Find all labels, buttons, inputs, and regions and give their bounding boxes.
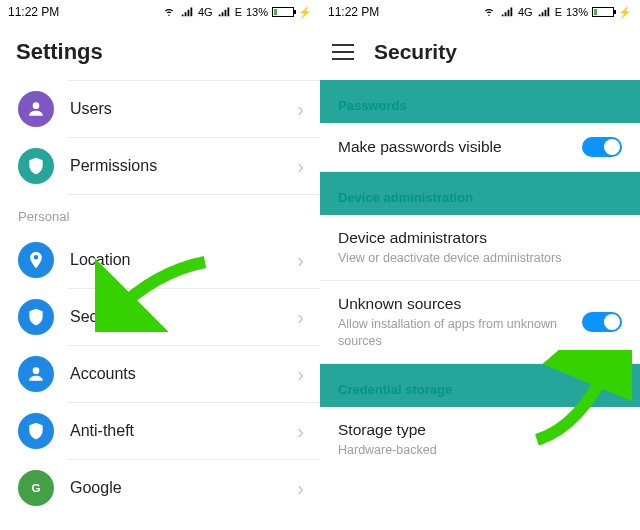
chevron-right-icon: ›: [297, 477, 304, 500]
battery-icon: [272, 7, 294, 17]
item-label: Security: [70, 308, 297, 326]
sidebar-item-location[interactable]: Location ›: [0, 232, 320, 288]
shield-icon: [18, 413, 54, 449]
section-header-passwords: Passwords: [320, 80, 640, 123]
item-label: Accounts: [70, 365, 297, 383]
battery-pct: 13%: [566, 6, 588, 18]
chevron-right-icon: ›: [297, 249, 304, 272]
item-label: Google: [70, 479, 297, 497]
shield-icon: [18, 299, 54, 335]
shield-icon: [18, 148, 54, 184]
battery-pct: 13%: [246, 6, 268, 18]
network-e: E: [235, 6, 242, 18]
row-subtitle: Hardware-backed: [338, 442, 622, 458]
sidebar-item-security[interactable]: Security ›: [0, 289, 320, 345]
row-title: Device administrators: [338, 229, 622, 247]
page-title: Security: [374, 40, 457, 64]
toggle-passwords-visible[interactable]: [582, 137, 622, 157]
settings-screen: 11:22 PM 4G E 13% ⚡ Settings: [0, 0, 320, 530]
chevron-right-icon: ›: [297, 306, 304, 329]
item-label: Users: [70, 100, 297, 118]
chevron-right-icon: ›: [297, 420, 304, 443]
network-e: E: [555, 6, 562, 18]
google-icon: G: [18, 470, 54, 506]
row-storage-type[interactable]: Storage type Hardware-backed: [320, 407, 640, 472]
signal-icon-2: [217, 4, 231, 20]
row-title: Unknown sources: [338, 295, 570, 313]
row-make-passwords-visible[interactable]: Make passwords visible: [320, 123, 640, 172]
signal-icon: [180, 4, 194, 20]
chevron-right-icon: ›: [297, 98, 304, 121]
chevron-right-icon: ›: [297, 155, 304, 178]
menu-icon[interactable]: [332, 44, 354, 60]
section-header-personal: Personal: [0, 195, 320, 232]
svg-text:G: G: [31, 481, 40, 494]
sidebar-item-anti-theft[interactable]: Anti-theft ›: [0, 403, 320, 459]
network-4g: 4G: [518, 6, 533, 18]
user-icon: [18, 91, 54, 127]
section-header-device-admin: Device administration: [320, 172, 640, 215]
toggle-unknown-sources[interactable]: [582, 312, 622, 332]
charging-icon: ⚡: [618, 6, 632, 19]
app-bar: Security: [320, 24, 640, 80]
section-header-credential-storage: Credential storage: [320, 364, 640, 407]
charging-icon: ⚡: [298, 6, 312, 19]
network-4g: 4G: [198, 6, 213, 18]
chevron-right-icon: ›: [297, 363, 304, 386]
status-bar: 11:22 PM 4G E 13% ⚡: [320, 0, 640, 24]
location-icon: [18, 242, 54, 278]
item-label: Anti-theft: [70, 422, 297, 440]
row-subtitle: View or deactivate device administrators: [338, 250, 622, 266]
page-title: Settings: [0, 24, 320, 80]
signal-icon: [500, 4, 514, 20]
sidebar-item-accounts[interactable]: Accounts ›: [0, 346, 320, 402]
sidebar-item-permissions[interactable]: Permissions ›: [0, 138, 320, 194]
wifi-icon: [162, 4, 176, 20]
sidebar-item-google[interactable]: G Google ›: [0, 460, 320, 516]
item-label: Location: [70, 251, 297, 269]
security-screen: 11:22 PM 4G E 13% ⚡ Security: [320, 0, 640, 530]
status-bar: 11:22 PM 4G E 13% ⚡: [0, 0, 320, 24]
row-device-administrators[interactable]: Device administrators View or deactivate…: [320, 215, 640, 281]
sidebar-item-users[interactable]: Users ›: [0, 81, 320, 137]
signal-icon-2: [537, 4, 551, 20]
status-time: 11:22 PM: [8, 5, 59, 19]
battery-icon: [592, 7, 614, 17]
row-title: Make passwords visible: [338, 138, 570, 156]
row-unknown-sources[interactable]: Unknown sources Allow installation of ap…: [320, 281, 640, 364]
status-time: 11:22 PM: [328, 5, 379, 19]
wifi-icon: [482, 4, 496, 20]
item-label: Permissions: [70, 157, 297, 175]
row-title: Storage type: [338, 421, 622, 439]
row-subtitle: Allow installation of apps from unknown …: [338, 316, 570, 349]
user-icon: [18, 356, 54, 392]
